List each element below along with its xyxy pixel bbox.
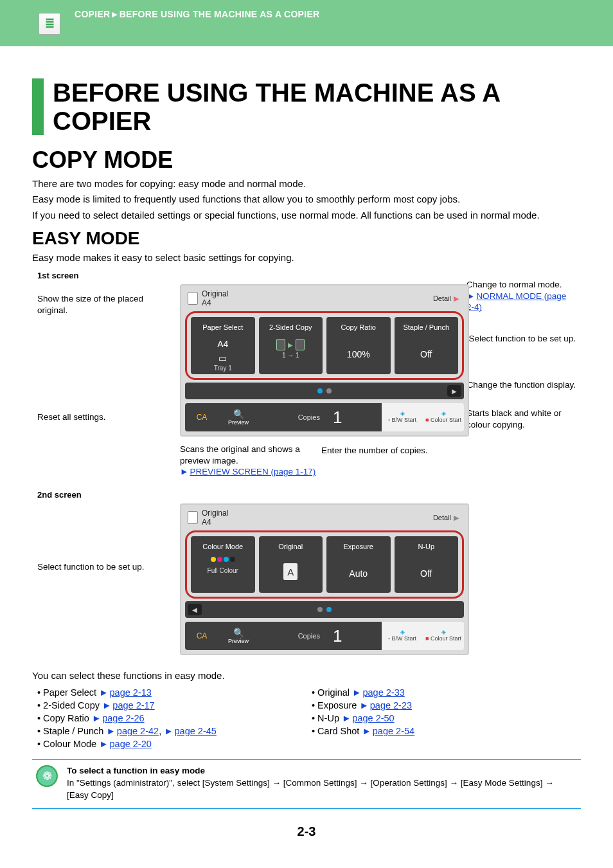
link-original[interactable]: page 2-33 [362,687,404,698]
colour-label-2: Colour Start [431,635,461,642]
functions-left: Paper Select ►page 2-13 2-Sided Copy ►pa… [32,686,306,750]
link-nup[interactable]: page 2-50 [352,713,394,723]
easy-mode-intro: Easy mode makes it easy to select basic … [32,251,581,264]
tile-nup-label: N-Up [418,539,434,554]
link-2sided[interactable]: page 2-17 [112,700,154,710]
link-arrow-icon-2: ► [180,467,188,476]
link-staple-2[interactable]: page 2-45 [175,726,217,736]
preview-button-2[interactable]: 🔍 Preview [218,622,258,650]
screen1-area: Show the size of the placed original. Re… [32,284,581,484]
screen1-actions: CA 🔍 Preview Copies 1 ◈ ◦ B/W Start ◈ ■ … [185,403,464,431]
fn-2sided: 2-Sided Copy ►page 2-17 [32,699,306,712]
bw-start-button-2[interactable]: ◈ ◦ B/W Start [382,622,423,650]
nav-prev-button[interactable]: ◀ [188,604,202,615]
tile-paper-v1: A4 [217,339,228,349]
dot-icon-2 [317,607,323,612]
bw-start-button[interactable]: ◈ ◦ B/W Start [382,403,423,431]
original-indicator-2: Original A4 [188,509,228,527]
detail-label: Detail [433,294,451,302]
ca-button[interactable]: CA [185,403,218,431]
tile-2sided-val: 1 → 1 [282,352,299,359]
ca-button-2[interactable]: CA [185,622,218,650]
tray-icon: ▭ [218,353,227,363]
fn-colour-mode: Colour Mode ►page 2-20 [32,737,306,750]
colour-dots-icon [211,557,235,562]
info-body: In "Settings (administrator)", select [S… [67,777,577,802]
preview-label: Preview [228,419,249,426]
twosided-icon: ▶ [276,339,305,350]
fn-nup: N-Up ►page 2-50 [306,712,581,725]
link-colour-mode[interactable]: page 2-20 [110,739,152,749]
fn-copy-ratio: Copy Ratio ►page 2-26 [32,712,306,725]
copies-label: Copies [298,413,320,421]
colour-start-button[interactable]: ◈ ■ Colour Start [423,403,464,431]
dot-icon [326,388,332,393]
link-paper-select[interactable]: page 2-13 [110,687,152,698]
panel2-topbar: Original A4 Detail ▶ [181,505,468,528]
tile-staple-val: Off [420,349,432,359]
copy-mode-p1: There are two modes for copying: easy mo… [32,177,581,190]
original-indicator: Original A4 [188,289,228,307]
copies-value: 1 [333,408,342,428]
screen2-label: 2nd screen [37,490,581,500]
screen2-tiles: Colour Mode Full Colour Original A Expos… [185,530,464,599]
tile-2sided[interactable]: 2-Sided Copy ▶ 1 → 1 [259,317,323,374]
arrow-right-icon: ▶ [454,294,459,303]
link-staple-1[interactable]: page 2-42 [117,726,159,736]
tile-nup[interactable]: N-Up Off [395,536,459,593]
link-preview-screen[interactable]: PREVIEW SCREEN (page 1-17) [190,467,315,476]
info-title: To select a function in easy mode [67,765,577,777]
tile-exposure[interactable]: Exposure Auto [326,536,391,593]
detail-button[interactable]: Detail ▶ [431,293,461,304]
nav-next-button[interactable]: ▶ [447,385,461,397]
note-change-display: Change the function display. [467,379,576,391]
copies-field-2[interactable]: Copies 1 [258,622,382,650]
screen1-panel: Original A4 Detail ▶ Paper Select A4 ▭ T… [180,284,469,437]
tile-staple[interactable]: Staple / Punch Off [395,317,459,374]
link-exposure[interactable]: page 2-23 [370,700,412,710]
title-accent-bar [32,78,44,135]
link-card-shot[interactable]: page 2-54 [373,726,414,736]
gear-icon: ❁ [36,765,58,787]
preview-label-2: Preview [228,638,249,644]
tile-nup-val: Off [420,568,432,579]
detail-button-2[interactable]: Detail ▶ [431,512,461,523]
note-enter-copies: Enter the number of copies. [321,445,428,457]
page-number: 2-3 [32,824,581,839]
note-show-size: Show the size of the placed original. [37,293,147,316]
note-change-normal: Change to normal mode. ►NORMAL MODE (pag… [466,279,576,313]
bw-label: B/W Start [392,417,417,423]
fn-paper-select: Paper Select ►page 2-13 [32,686,306,699]
page-icon [188,292,198,305]
preview-button[interactable]: 🔍 Preview [218,403,258,431]
original-size: A4 [202,298,211,307]
bw-label-2: B/W Start [392,635,417,642]
magnifier-icon: 🔍 [233,409,244,419]
magnifier-icon-2: 🔍 [233,628,244,638]
copies-field[interactable]: Copies 1 [258,403,382,431]
page-dots-2: ◀ [185,601,464,618]
copies-label-2: Copies [298,632,320,640]
colour-start-button-2[interactable]: ◈ ■ Colour Start [423,622,464,650]
screen1-tiles: Paper Select A4 ▭ Tray 1 2-Sided Copy ▶ … [185,311,464,380]
link-copy-ratio[interactable]: page 2-26 [102,713,144,723]
copies-value-2: 1 [333,626,342,646]
tile-paper-label: Paper Select [202,320,243,335]
screen2-area: Select function to be set up. Original A… [32,503,581,664]
tile-original[interactable]: Original A [259,536,323,593]
original-size-2: A4 [202,518,211,527]
easy-mode-heading: EASY MODE [32,228,581,249]
tile-ratio-val: 100% [347,349,370,359]
header-bar: ≣ COPIER►BEFORE USING THE MACHINE AS A C… [0,0,613,46]
tile-copy-ratio[interactable]: Copy Ratio 100% [326,317,391,374]
page-title-wrap: BEFORE USING THE MACHINE AS A COPIER [32,78,581,135]
link-normal-mode[interactable]: NORMAL MODE (page 2-4) [466,291,566,312]
tile-paper-select[interactable]: Paper Select A4 ▭ Tray 1 [191,317,255,374]
tile-exposure-val: Auto [349,568,368,579]
page-icon-2 [188,511,198,524]
tile-colour-mode[interactable]: Colour Mode Full Colour [191,536,255,593]
copy-mode-p3: If you need to select detailed settings … [32,209,581,222]
copier-icon: ≣ [39,13,60,35]
page-title: BEFORE USING THE MACHINE AS A COPIER [53,78,581,135]
tile-colour-label: Colour Mode [202,539,243,554]
